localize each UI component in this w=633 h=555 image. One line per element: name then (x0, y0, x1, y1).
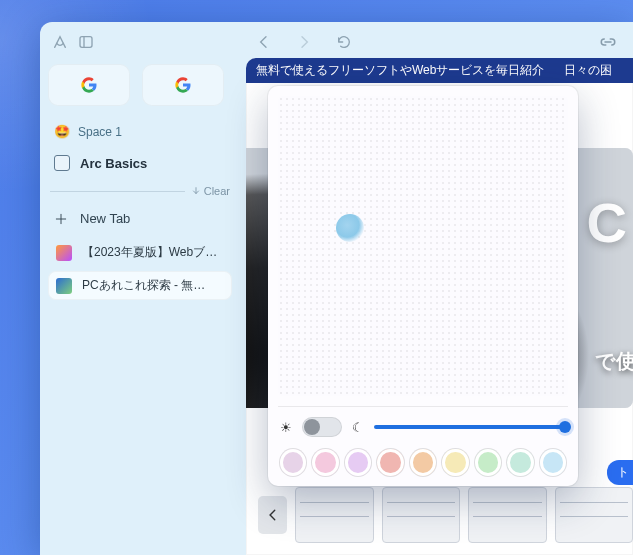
arc-logo-icon[interactable] (52, 34, 68, 50)
tab-title: 【2023年夏版】Webブ… (82, 244, 217, 261)
new-tab-label: New Tab (80, 211, 130, 226)
color-swatch-1[interactable] (312, 449, 338, 476)
thumbnail[interactable] (382, 487, 460, 543)
sun-icon: ☀ (280, 420, 292, 435)
site-banner: 無料で使えるフリーソフトやWebサービスを毎日紹介 日々の困 (246, 58, 633, 83)
color-swatch-7[interactable] (507, 449, 533, 476)
favicon-icon (56, 278, 72, 294)
pinned-tiles (48, 64, 232, 106)
banner-text-right: 日々の困 (564, 62, 612, 79)
color-swatch-2[interactable] (345, 449, 371, 476)
folder-icon (54, 155, 70, 171)
arrow-down-icon (191, 186, 201, 196)
new-tab-button[interactable]: New Tab (48, 203, 232, 234)
thumbnail[interactable] (555, 487, 633, 543)
svg-rect-0 (80, 37, 92, 48)
sidebar: 🤩 Space 1 Arc Basics Clear New Tab 【2023… (40, 22, 240, 555)
thumbnail-strip (252, 475, 633, 555)
pinned-tile-google-1[interactable] (48, 64, 130, 106)
banner-text-left: 無料で使えるフリーソフトやWebサービスを毎日紹介 (256, 62, 544, 79)
reload-button[interactable] (336, 34, 352, 50)
clear-button[interactable]: Clear (191, 185, 230, 197)
brightness-row: ☀ ☾ (278, 417, 568, 437)
plus-icon (54, 212, 68, 226)
moon-icon: ☾ (352, 420, 364, 435)
google-icon (175, 77, 191, 93)
thumb-prev-button[interactable] (258, 496, 287, 534)
forward-button (296, 34, 312, 50)
color-picker-cursor[interactable] (336, 214, 364, 242)
space-emoji-icon: 🤩 (54, 124, 70, 139)
favicon-icon (56, 245, 72, 261)
subline-fragment: で使 (595, 348, 633, 375)
headline-fragment: C (587, 190, 627, 255)
dark-mode-toggle[interactable] (302, 417, 342, 437)
color-canvas[interactable] (278, 96, 568, 396)
sidebar-toggle-icon[interactable] (78, 34, 94, 50)
copy-link-button[interactable] (599, 36, 617, 48)
color-swatch-6[interactable] (475, 449, 501, 476)
thumbnail[interactable] (295, 487, 373, 543)
chevron-left-icon (266, 508, 280, 522)
brightness-slider[interactable] (374, 425, 566, 429)
pinned-tile-google-2[interactable] (142, 64, 224, 106)
space-selector[interactable]: 🤩 Space 1 (48, 120, 232, 143)
toolbar (240, 28, 633, 56)
back-button[interactable] (256, 34, 272, 50)
color-swatch-8[interactable] (540, 449, 566, 476)
sidebar-divider: Clear (50, 185, 230, 197)
google-icon (81, 77, 97, 93)
color-swatch-0[interactable] (280, 449, 306, 476)
folder-label: Arc Basics (80, 156, 147, 171)
thumbnail[interactable] (468, 487, 546, 543)
space-name: Space 1 (78, 125, 122, 139)
folder-arc-basics[interactable]: Arc Basics (48, 149, 232, 177)
sidebar-top-controls (48, 28, 232, 56)
theme-popover: ☀ ☾ (268, 86, 578, 486)
slider-thumb[interactable] (559, 421, 571, 433)
tab-item-1[interactable]: PCあれこれ探索 - 無… (48, 271, 232, 300)
swatch-row (278, 449, 568, 476)
color-swatch-4[interactable] (410, 449, 436, 476)
tab-item-0[interactable]: 【2023年夏版】Webブ… (48, 238, 232, 267)
color-swatch-3[interactable] (377, 449, 403, 476)
tab-title: PCあれこれ探索 - 無… (82, 277, 205, 294)
color-swatch-5[interactable] (442, 449, 468, 476)
clear-label: Clear (204, 185, 230, 197)
